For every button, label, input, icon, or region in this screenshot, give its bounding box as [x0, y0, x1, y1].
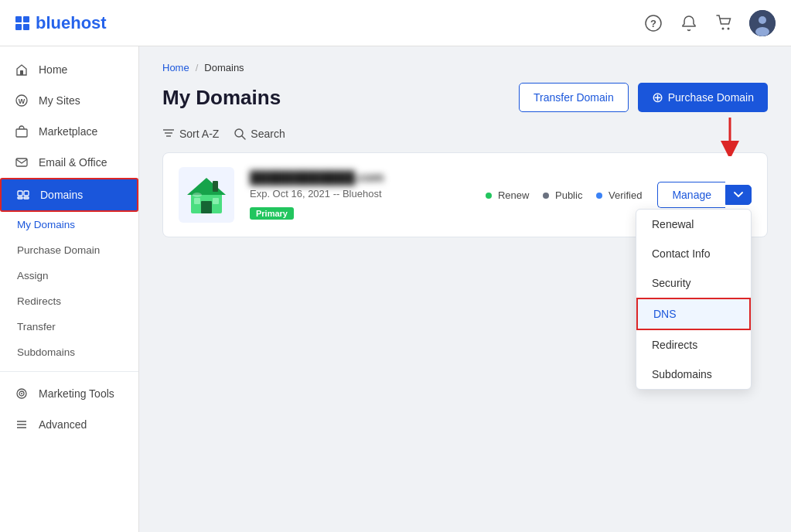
- page-header: My Domains Transfer Domain ⊕ Purchase Do…: [162, 83, 768, 112]
- svg-rect-14: [18, 197, 22, 199]
- svg-marker-28: [187, 178, 226, 195]
- domain-name: ████████████.com: [250, 171, 470, 185]
- breadcrumb-separator: /: [196, 62, 199, 73]
- sidebar-item-my-sites[interactable]: W My Sites: [0, 85, 138, 116]
- sidebar-item-email-office[interactable]: Email & Office: [0, 147, 138, 178]
- sidebar-label-email-office: Email & Office: [39, 156, 107, 169]
- header-icons: ?: [643, 10, 776, 36]
- wordpress-icon: W: [14, 94, 29, 107]
- sidebar-item-domains[interactable]: Domains: [0, 178, 138, 212]
- avatar[interactable]: [749, 10, 776, 36]
- dropdown-contact-info[interactable]: Contact Info: [636, 239, 751, 268]
- transfer-domain-button[interactable]: Transfer Domain: [519, 83, 629, 112]
- status-renew: Renew: [486, 189, 529, 201]
- svg-text:?: ?: [650, 18, 656, 29]
- breadcrumb-home[interactable]: Home: [162, 62, 189, 73]
- subnav-transfer[interactable]: Transfer: [0, 314, 138, 339]
- sidebar-item-advanced[interactable]: Advanced: [0, 409, 138, 440]
- sidebar-label-home: Home: [39, 63, 67, 76]
- purchase-plus-icon: ⊕: [652, 89, 663, 106]
- logo-text: bluehost: [36, 13, 107, 33]
- renew-dot: [486, 193, 492, 199]
- subnav-label-my-domains: My Domains: [17, 219, 75, 230]
- domain-primary-badge: Primary: [250, 207, 294, 220]
- logo[interactable]: bluehost: [15, 13, 107, 33]
- domain-actions: Manage: [657, 182, 752, 208]
- search-label: Search: [251, 128, 285, 140]
- purchase-domain-label: Purchase Domain: [668, 91, 754, 104]
- page-title: My Domains: [162, 86, 281, 110]
- status-public: Public: [543, 189, 582, 201]
- sort-label: Sort A-Z: [179, 128, 219, 140]
- sort-button[interactable]: Sort A-Z: [162, 128, 219, 140]
- breadcrumb-current: Domains: [204, 62, 244, 73]
- subnav-label-purchase-domain: Purchase Domain: [17, 244, 100, 256]
- subnav-label-assign: Assign: [17, 270, 49, 281]
- domain-info: ████████████.com Exp. Oct 16, 2021 -- Bl…: [250, 171, 470, 220]
- home-icon: [14, 63, 29, 76]
- subnav-assign[interactable]: Assign: [0, 263, 138, 288]
- sidebar-item-home[interactable]: Home: [0, 54, 138, 85]
- cart-icon[interactable]: [714, 12, 735, 34]
- subnav-redirects[interactable]: Redirects: [0, 288, 138, 314]
- sidebar-item-marketplace[interactable]: Marketplace: [0, 116, 138, 147]
- help-icon[interactable]: ?: [643, 12, 664, 34]
- svg-point-2: [722, 27, 725, 29]
- search-icon: [234, 128, 246, 140]
- sidebar-label-marketing-tools: Marketing Tools: [39, 387, 114, 400]
- dropdown-subdomains[interactable]: Subdomains: [636, 360, 751, 389]
- dropdown-security[interactable]: Security: [636, 268, 751, 298]
- svg-line-26: [242, 135, 246, 139]
- verified-label: Verified: [609, 189, 642, 201]
- svg-rect-32: [213, 181, 218, 192]
- logo-grid-icon: [15, 16, 29, 30]
- svg-rect-13: [24, 191, 29, 196]
- red-arrow-annotation: [714, 118, 745, 159]
- sidebar-label-advanced: Advanced: [39, 418, 87, 431]
- svg-rect-7: [20, 70, 23, 75]
- toolbar: Sort A-Z Search: [162, 128, 768, 140]
- subnav-purchase-domain[interactable]: Purchase Domain: [0, 237, 138, 263]
- subnav-label-subdomains: Subdomains: [17, 346, 75, 358]
- svg-text:W: W: [19, 97, 26, 105]
- svg-rect-30: [194, 198, 200, 204]
- svg-rect-10: [16, 129, 27, 137]
- manage-caret-button[interactable]: [725, 185, 752, 205]
- manage-button[interactable]: Manage: [657, 182, 725, 208]
- dropdown-renewal[interactable]: Renewal: [636, 210, 751, 239]
- header: bluehost ?: [0, 0, 791, 46]
- svg-rect-29: [201, 201, 212, 213]
- domain-house-icon: [183, 172, 230, 218]
- search-button[interactable]: Search: [234, 128, 285, 140]
- sidebar: Home W My Sites Marketplace: [0, 46, 139, 532]
- svg-rect-11: [16, 159, 27, 166]
- domain-status: Renew Public Verified: [486, 189, 642, 201]
- advanced-icon: [14, 418, 29, 431]
- subnav-label-transfer: Transfer: [17, 321, 56, 332]
- sidebar-label-marketplace: Marketplace: [39, 125, 97, 138]
- renew-label: Renew: [498, 189, 529, 201]
- sidebar-item-marketing-tools[interactable]: Marketing Tools: [0, 378, 138, 409]
- domain-card: ████████████.com Exp. Oct 16, 2021 -- Bl…: [162, 152, 768, 237]
- svg-rect-12: [18, 191, 22, 196]
- main-content: Home / Domains My Domains Transfer Domai…: [139, 46, 791, 532]
- purchase-domain-button[interactable]: ⊕ Purchase Domain: [638, 83, 768, 112]
- layout: Home W My Sites Marketplace: [0, 46, 791, 532]
- domains-icon: [15, 189, 31, 201]
- caret-down-icon: [734, 192, 743, 198]
- breadcrumb: Home / Domains: [162, 62, 768, 73]
- dropdown-redirects[interactable]: Redirects: [636, 330, 751, 360]
- dropdown-menu: Renewal Contact Info Security DNS Redire…: [636, 209, 752, 390]
- dropdown-dns[interactable]: DNS: [636, 298, 751, 330]
- sort-icon: [162, 128, 175, 139]
- bell-icon[interactable]: [678, 12, 700, 34]
- svg-point-3: [728, 27, 730, 29]
- status-verified: Verified: [596, 189, 642, 201]
- sidebar-label-my-sites: My Sites: [39, 94, 80, 107]
- subnav-subdomains[interactable]: Subdomains: [0, 339, 138, 365]
- marketplace-icon: [14, 125, 29, 138]
- domain-image: [179, 167, 234, 223]
- subnav-label-redirects: Redirects: [17, 295, 61, 307]
- subnav-my-domains[interactable]: My Domains: [0, 212, 138, 237]
- email-icon: [14, 156, 29, 169]
